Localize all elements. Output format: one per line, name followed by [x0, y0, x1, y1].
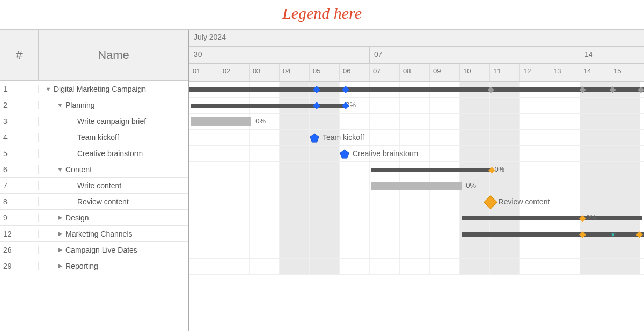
day-label: 14	[580, 64, 610, 81]
task-row[interactable]: 29▶Reporting	[0, 258, 188, 274]
day-label: 07	[370, 64, 400, 81]
task-name: Planning	[65, 101, 95, 109]
task-name: Design	[65, 214, 89, 222]
task-row[interactable]: 7Write content	[0, 178, 188, 194]
task-name-cell: ▶Campaign Live Dates	[39, 246, 188, 254]
task-name: Digital Marketing Campaign	[54, 85, 146, 93]
task-row[interactable]: 9▶Design	[0, 210, 188, 226]
expand-icon[interactable]: ▶	[57, 230, 63, 237]
task-number: 7	[0, 181, 39, 190]
day-label: 12	[520, 64, 550, 81]
summary-bar[interactable]	[462, 216, 642, 220]
milestone-diamond-icon[interactable]	[484, 195, 497, 209]
day-label: 02	[219, 64, 250, 81]
milestone-label: Review content	[499, 197, 550, 206]
timeline-row[interactable]: Team kickoff	[189, 130, 644, 146]
day-label: 04	[280, 64, 310, 81]
task-number: 2	[0, 101, 39, 109]
collapse-icon[interactable]: ▼	[57, 166, 63, 173]
task-name-cell: ▼Digital Marketing Campaign	[39, 85, 188, 93]
svg-marker-0	[310, 134, 319, 142]
timeline-row[interactable]: ★	[189, 226, 644, 242]
task-number: 9	[0, 214, 39, 222]
task-name-cell: Team kickoff	[39, 133, 188, 142]
day-label: 08	[400, 64, 430, 81]
summary-bar[interactable]	[371, 168, 492, 172]
week-label: 30	[189, 47, 370, 63]
day-label: 10	[460, 64, 490, 81]
weeks-row: 300714	[189, 47, 644, 64]
task-name-cell: ▶Design	[39, 214, 188, 222]
week-label: 14	[580, 47, 640, 63]
task-bar[interactable]	[191, 117, 251, 126]
timeline-row[interactable]: 0%	[189, 210, 644, 226]
timeline-row[interactable]	[189, 82, 644, 98]
collapse-icon[interactable]: ▼	[45, 86, 52, 92]
task-number: 4	[0, 133, 39, 142]
days-row: 010203040506070809101112131415	[189, 64, 644, 81]
column-header-name[interactable]: Name	[39, 30, 188, 80]
task-number: 5	[0, 149, 39, 158]
task-row[interactable]: 8Review content	[0, 194, 188, 210]
task-rows: 1▼Digital Marketing Campaign2▼Planning3W…	[0, 81, 188, 274]
timeline-row[interactable]: 0%	[189, 178, 644, 194]
timeline-pane[interactable]: July 2024 300714 01020304050607080910111…	[189, 30, 644, 331]
timeline-header: July 2024 300714 01020304050607080910111…	[189, 30, 644, 82]
expand-icon[interactable]: ▶	[57, 262, 63, 269]
task-name: Campaign Live Dates	[65, 246, 137, 254]
task-number: 8	[0, 197, 39, 206]
timeline-row[interactable]: 0%	[189, 162, 644, 178]
milestone-pentagon-icon[interactable]	[340, 149, 349, 159]
task-number: 3	[0, 117, 39, 126]
day-label: 03	[250, 64, 280, 81]
timeline-row[interactable]: 0%	[189, 98, 644, 114]
day-label: 06	[340, 64, 370, 81]
day-label: 13	[550, 64, 580, 81]
page-title: Legend here	[0, 0, 644, 29]
timeline-row[interactable]	[189, 242, 644, 259]
expand-icon[interactable]: ▶	[57, 214, 63, 221]
task-row[interactable]: 1▼Digital Marketing Campaign	[0, 81, 188, 97]
progress-label: 0%	[494, 165, 504, 173]
expand-icon[interactable]: ▶	[57, 246, 63, 253]
summary-bar[interactable]	[462, 232, 644, 237]
week-label: 07	[370, 47, 580, 63]
timeline-row[interactable]: Creative brainstorm	[189, 146, 644, 162]
task-row[interactable]: 5Creative brainstorm	[0, 145, 188, 161]
month-label: July 2024	[189, 30, 230, 46]
timeline-grid[interactable]: 0%0%Team kickoffCreative brainstorm0%0%R…	[189, 82, 644, 331]
task-name: Write content	[77, 181, 121, 190]
task-name-cell: ▶Marketing Channels	[39, 230, 188, 238]
day-label: 05	[310, 64, 340, 81]
task-row[interactable]: 4Team kickoff	[0, 129, 188, 145]
task-row[interactable]: 26▶Campaign Live Dates	[0, 242, 188, 258]
summary-bar[interactable]	[191, 104, 345, 108]
timeline-row[interactable]: Review content	[189, 194, 644, 210]
milestone-pentagon-icon[interactable]	[310, 133, 319, 143]
task-name-cell: ▼Planning	[39, 101, 188, 109]
task-row[interactable]: 3Write campaign brief	[0, 113, 188, 129]
svg-marker-1	[340, 150, 349, 158]
task-bar[interactable]	[371, 182, 462, 190]
collapse-icon[interactable]: ▼	[57, 102, 63, 108]
day-label: 11	[490, 64, 520, 81]
task-name: Team kickoff	[77, 133, 119, 142]
task-list-header: # Name	[0, 30, 188, 81]
task-row[interactable]: 12▶Marketing Channels	[0, 226, 188, 242]
task-name: Reporting	[65, 262, 98, 270]
task-name-cell: ▶Reporting	[39, 262, 188, 270]
task-row[interactable]: 2▼Planning	[0, 97, 188, 113]
task-name: Review content	[77, 197, 129, 206]
column-header-number[interactable]: #	[0, 30, 39, 80]
day-label: 15	[610, 64, 640, 81]
task-number: 6	[0, 165, 39, 174]
timeline-row[interactable]: 0%	[189, 114, 644, 130]
timeline-row[interactable]	[189, 259, 644, 275]
task-row[interactable]: 6▼Content	[0, 161, 188, 178]
task-number: 12	[0, 230, 39, 238]
milestone-label: Team kickoff	[323, 133, 364, 142]
gantt-container: # Name 1▼Digital Marketing Campaign2▼Pla…	[0, 29, 644, 331]
summary-bar[interactable]	[189, 87, 644, 92]
marker-star-icon[interactable]: ★	[610, 231, 616, 238]
task-number: 26	[0, 246, 39, 254]
